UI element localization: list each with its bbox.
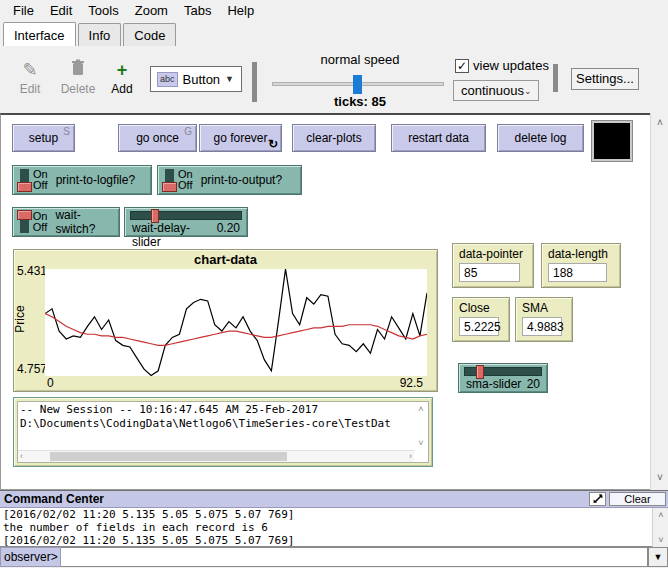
settings-button[interactable]: Settings...: [571, 68, 639, 90]
tab-interface[interactable]: Interface: [3, 22, 76, 46]
monitor-label: data-pointer: [459, 247, 527, 261]
command-input[interactable]: [61, 547, 648, 567]
output-text-area[interactable]: -- New Session -- 10:16:47.645 AM 25-Feb…: [17, 401, 429, 463]
detach-command-center-button[interactable]: [589, 492, 606, 506]
plot-title: chart-data: [14, 250, 437, 267]
slider-groove[interactable]: [130, 211, 242, 220]
plot-xmin-label: 0: [47, 376, 54, 390]
scroll-up-icon[interactable]: ˄: [651, 116, 668, 132]
output-horizontal-scrollbar[interactable]: ‹ ›: [18, 450, 414, 462]
monitor-label: SMA: [522, 301, 566, 315]
switch-toggle[interactable]: [20, 211, 29, 233]
speed-slider-thumb[interactable]: [353, 75, 362, 94]
go-once-key-hint: G: [184, 126, 192, 137]
command-center-scrollbar[interactable]: ˄ ˅: [652, 508, 668, 547]
edit-tool-button[interactable]: ✎ Edit: [8, 58, 52, 96]
wait-switch[interactable]: OnOff wait-switch?: [12, 207, 120, 237]
slider-label: wait-delay-slider: [132, 221, 217, 249]
switch-knob[interactable]: [17, 210, 32, 220]
scroll-down-icon[interactable]: ˅: [414, 438, 428, 448]
tab-code[interactable]: Code: [123, 23, 176, 46]
sma-slider[interactable]: sma-slider 20: [458, 363, 548, 393]
scroll-up-icon[interactable]: ˄: [653, 510, 668, 520]
menu-zoom[interactable]: Zoom: [128, 1, 175, 20]
plot-area: [45, 269, 427, 376]
tab-info[interactable]: Info: [78, 23, 122, 46]
print-to-output-switch[interactable]: OnOff print-to-output?: [157, 165, 302, 195]
menu-bar: File Edit Tools Zoom Tabs Help: [0, 0, 668, 21]
command-center-title: Command Center: [0, 492, 104, 506]
toolbar: ✎ Edit Delete + Add abc Button ▼ normal …: [0, 46, 668, 112]
add-tool-label: Add: [111, 82, 132, 96]
slider-value: 0.20: [217, 221, 240, 249]
diagonal-arrows-icon: [593, 494, 603, 504]
slider-groove[interactable]: [464, 367, 542, 376]
go-forever-button[interactable]: go forever ↻: [199, 124, 282, 152]
view-updates-checkbox[interactable]: ✓: [455, 59, 469, 73]
menu-tabs[interactable]: Tabs: [177, 1, 218, 20]
tab-bar: Interface Info Code: [0, 21, 668, 46]
sma-monitor: SMA 4.9883: [515, 297, 573, 342]
go-once-button-label: go once: [136, 131, 179, 145]
clear-button[interactable]: Clear: [609, 492, 666, 506]
plot-ymin-label: 4.757: [17, 362, 47, 376]
print-to-logfile-switch[interactable]: OnOff print-to-logfile?: [12, 165, 152, 195]
scroll-down-icon[interactable]: ˅: [653, 535, 668, 545]
delete-log-button-label: delete log: [514, 131, 566, 145]
update-mode-dropdown[interactable]: continuous ⌄: [453, 80, 539, 101]
go-once-button[interactable]: go once G: [118, 124, 197, 152]
restart-data-button[interactable]: restart data: [391, 124, 486, 152]
view-updates-label: view updates: [473, 58, 549, 73]
scrollbar-thumb[interactable]: [50, 452, 288, 461]
pencil-icon: ✎: [8, 58, 52, 82]
menu-tools[interactable]: Tools: [81, 1, 125, 20]
plot-xmax-label: 92.5: [400, 376, 423, 390]
scroll-up-icon[interactable]: ˄: [414, 404, 428, 414]
slider-knob[interactable]: [151, 209, 159, 223]
scroll-down-icon[interactable]: ˅: [651, 471, 668, 487]
output-vertical-scrollbar[interactable]: ˄ ˅: [414, 402, 428, 450]
scroll-left-icon[interactable]: ‹: [20, 451, 23, 461]
command-prompt-row: observer> ▼: [0, 547, 668, 567]
wait-delay-slider[interactable]: wait-delay-slider 0.20: [124, 207, 248, 237]
menu-edit[interactable]: Edit: [43, 1, 79, 20]
monitor-label: Close: [459, 301, 503, 315]
plus-icon: +: [104, 58, 140, 82]
monitor-value: 85: [459, 263, 520, 282]
toolbar-separator: [553, 64, 558, 92]
menu-help[interactable]: Help: [220, 1, 261, 20]
widget-type-value: Button: [183, 72, 221, 87]
setup-key-hint: S: [63, 126, 70, 137]
interface-vertical-scrollbar[interactable]: ˄ ˅: [650, 113, 668, 490]
monitor-value: 5.2225: [459, 317, 499, 336]
scroll-right-icon[interactable]: ›: [409, 451, 412, 461]
widget-type-dropdown[interactable]: abc Button ▼: [150, 66, 242, 92]
on-off-labels: OnOff: [33, 169, 48, 191]
setup-button[interactable]: setup S: [12, 124, 75, 152]
slider-knob[interactable]: [476, 365, 484, 379]
switch-knob[interactable]: [162, 182, 177, 192]
switch-label: print-to-output?: [201, 173, 282, 187]
clear-plots-button[interactable]: clear-plots: [292, 124, 376, 152]
delete-tool-button[interactable]: Delete: [56, 58, 100, 96]
switch-toggle[interactable]: [165, 169, 174, 191]
switch-toggle[interactable]: [20, 169, 29, 191]
ticks-counter: ticks: 85: [280, 94, 440, 109]
world-view[interactable]: [592, 121, 632, 161]
netlogo-window: File Edit Tools Zoom Tabs Help Interface…: [0, 0, 668, 568]
setup-button-label: setup: [29, 131, 58, 145]
add-tool-button[interactable]: + Add: [104, 58, 140, 96]
menu-file[interactable]: File: [6, 1, 41, 20]
output-line: D:\Documents\CodingData\Netlogo6\TimeSer…: [20, 417, 412, 431]
update-mode-value: continuous: [461, 83, 524, 98]
toolbar-separator: [252, 62, 257, 102]
plot-ymax-label: 5.431: [17, 264, 47, 278]
prompt-dropdown-button[interactable]: ▼: [648, 547, 668, 567]
observer-prompt-label[interactable]: observer>: [0, 547, 61, 567]
delete-log-button[interactable]: delete log: [497, 124, 584, 152]
trash-icon: [56, 58, 100, 82]
switch-knob[interactable]: [17, 182, 32, 192]
command-center-output[interactable]: [2016/02/02 11:20 5.135 5.05 5.075 5.07 …: [0, 508, 668, 547]
speed-slider[interactable]: [272, 82, 444, 86]
command-output-line: the number of fields in each record is 6: [3, 521, 650, 534]
